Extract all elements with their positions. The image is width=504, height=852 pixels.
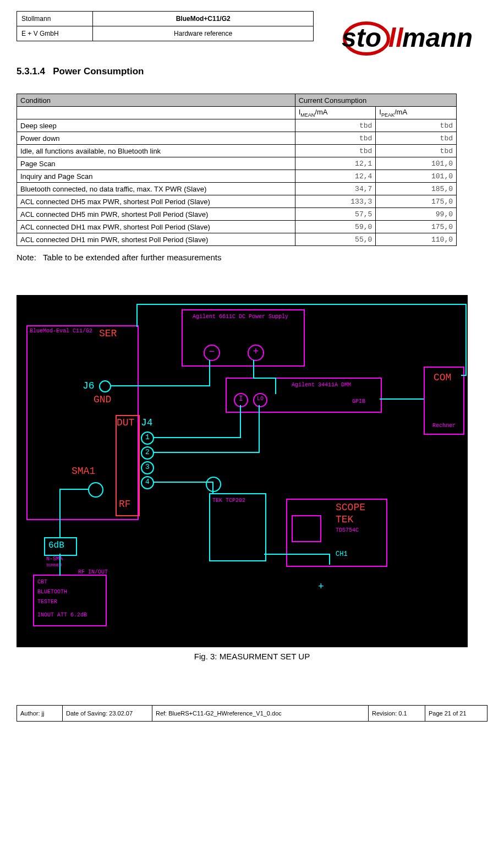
cell-peak: 175,0 xyxy=(376,221,457,233)
j6-pin xyxy=(99,380,111,392)
table-row: ACL connected DH1 max PWR, shortest Poll… xyxy=(17,221,457,233)
table-header-current: Current Consumption xyxy=(295,94,456,107)
subheader-peak: IPEAK/mA xyxy=(376,107,457,119)
wire xyxy=(465,304,467,375)
section-number: 5.3.1.4 xyxy=(17,66,45,77)
section-title-text: Power Consumption xyxy=(53,66,144,77)
bttester1-label: BLUETOOTH xyxy=(37,589,67,595)
wire xyxy=(136,304,138,327)
ps-minus: − xyxy=(204,345,220,361)
dmm-hi: I xyxy=(234,393,248,407)
wire xyxy=(380,398,424,400)
wire xyxy=(264,554,330,555)
cell-peak: tbd xyxy=(376,145,457,157)
sma1-label: SMA1 xyxy=(72,466,95,477)
wire xyxy=(253,360,254,379)
table-row: Power downtbdtbd xyxy=(17,132,457,145)
figure-caption: Fig. 3: MEASURMENT SET UP xyxy=(17,652,487,661)
cell-peak: 110,0 xyxy=(376,233,457,246)
cbt-label: CBT xyxy=(37,579,47,585)
subheader-mean: IMEAN/mA xyxy=(295,107,376,119)
table-row: ACL connected DH5 min PWR, shortest Poll… xyxy=(17,208,457,221)
j4-pin1: 1 xyxy=(141,432,154,445)
wire xyxy=(153,482,212,483)
tek-label: TEK xyxy=(336,514,353,525)
header-mid-top: BlueMod+C11/G2 xyxy=(93,12,314,26)
sma1-connector xyxy=(88,482,103,498)
header-mid-bottom: Hardware reference xyxy=(93,26,314,41)
table-row: Idle, all functions available, no Blueto… xyxy=(17,145,457,157)
cell-peak: tbd xyxy=(376,119,457,132)
cell-mean: 133,3 xyxy=(295,195,376,208)
cell-peak: 185,0 xyxy=(376,183,457,195)
gpib-label: GPIB xyxy=(352,398,365,405)
ser-label: SER xyxy=(99,328,117,339)
cell-condition: ACL connected DH1 max PWR, shortest Poll… xyxy=(17,221,295,233)
ps-plus: + xyxy=(248,345,264,361)
gnd-label: GND xyxy=(94,394,111,405)
cell-condition: Power down xyxy=(17,132,295,145)
wire xyxy=(59,489,89,490)
table-row: Deep sleeptbdtbd xyxy=(17,119,457,132)
header-left-top: Stollmann xyxy=(17,12,93,26)
j4-pin3: 3 xyxy=(141,461,154,474)
cell-condition: Bluetooth connected, no data traffic, ma… xyxy=(17,183,295,195)
svg-text:mann: mann xyxy=(402,23,473,52)
wire xyxy=(253,378,276,379)
cell-mean: 57,5 xyxy=(295,208,376,221)
rf-label: RF xyxy=(119,499,131,510)
wire xyxy=(110,385,209,386)
svg-text:sto: sto xyxy=(342,23,381,52)
scope-screen xyxy=(292,515,321,542)
cell-condition: ACL connected DH5 min PWR, shortest Poll… xyxy=(17,208,295,221)
note: Note: Table to be extended after further… xyxy=(17,253,487,262)
wire xyxy=(209,360,210,386)
header-left-bottom: E + V GmbH xyxy=(17,26,93,41)
tds-label: TDS754C xyxy=(336,527,359,533)
ch1-label: CH1 xyxy=(336,550,348,558)
j4-label: J4 xyxy=(141,417,153,428)
tek-tcp-label: TEK TCP202 xyxy=(212,498,245,504)
cell-peak: 99,0 xyxy=(376,208,457,221)
cell-mean: 55,0 xyxy=(295,233,376,246)
measurement-setup-diagram: BlueMod-Eval C11/G2 SER J6 GND DUT J4 1 … xyxy=(17,295,468,647)
cell-mean: tbd xyxy=(295,145,376,157)
rfinout-label: RF IN/OUT xyxy=(78,569,108,575)
table-row: ACL connected DH1 min PWR, shortest Poll… xyxy=(17,233,457,246)
cross-icon: + xyxy=(318,581,324,592)
wire xyxy=(153,437,241,438)
footer-page: Page 21 of 21 xyxy=(425,706,487,722)
cell-mean: tbd xyxy=(295,132,376,145)
table-header-condition: Condition xyxy=(17,94,295,107)
cell-condition: Idle, all functions available, no Blueto… xyxy=(17,145,295,157)
cell-mean: 34,7 xyxy=(295,183,376,195)
agilent-ps-label: Agilent 6611C DC Power Supply xyxy=(193,314,288,320)
footer-table: Author: jj Date of Saving: 23.02.07 Ref:… xyxy=(17,705,487,722)
note-text: Table to be extended after further measu… xyxy=(43,253,221,262)
cell-mean: 12,1 xyxy=(295,157,376,170)
power-consumption-table: Condition Current Consumption IMEAN/mA I… xyxy=(17,94,457,246)
cell-peak: 101,0 xyxy=(376,157,457,170)
section-heading: 5.3.1.4 Power Consumption xyxy=(17,66,487,77)
bluemod-label: BlueMod-Eval C11/G2 xyxy=(30,328,92,334)
cell-mean: 59,0 xyxy=(295,221,376,233)
cell-mean: tbd xyxy=(295,119,376,132)
table-row: Bluetooth connected, no data traffic, ma… xyxy=(17,183,457,195)
j4-pin2: 2 xyxy=(141,446,154,460)
wire xyxy=(153,452,260,453)
wire xyxy=(240,405,241,438)
com-label: COM xyxy=(434,372,451,383)
wire xyxy=(136,304,467,305)
j4-pin4: 4 xyxy=(141,476,154,489)
cell-condition: Page Scan xyxy=(17,157,295,170)
cell-peak: 175,0 xyxy=(376,195,457,208)
att6db-label: 6dB xyxy=(48,540,64,550)
rechner-label: Rechner xyxy=(432,423,456,429)
agilent-dmm-label: Agilent 34411A DMM xyxy=(292,382,351,388)
footer-revision: Revision: 0.1 xyxy=(369,706,425,722)
table-row: ACL connected DH5 max PWR, shortest Poll… xyxy=(17,195,457,208)
footer-date: Date of Saving: 23.02.07 xyxy=(63,706,152,722)
j6-label: J6 xyxy=(83,380,95,391)
wire xyxy=(59,518,61,538)
footer-ref: Ref: BlueRS+C11-G2_HWreference_V1_0.doc xyxy=(152,706,369,722)
